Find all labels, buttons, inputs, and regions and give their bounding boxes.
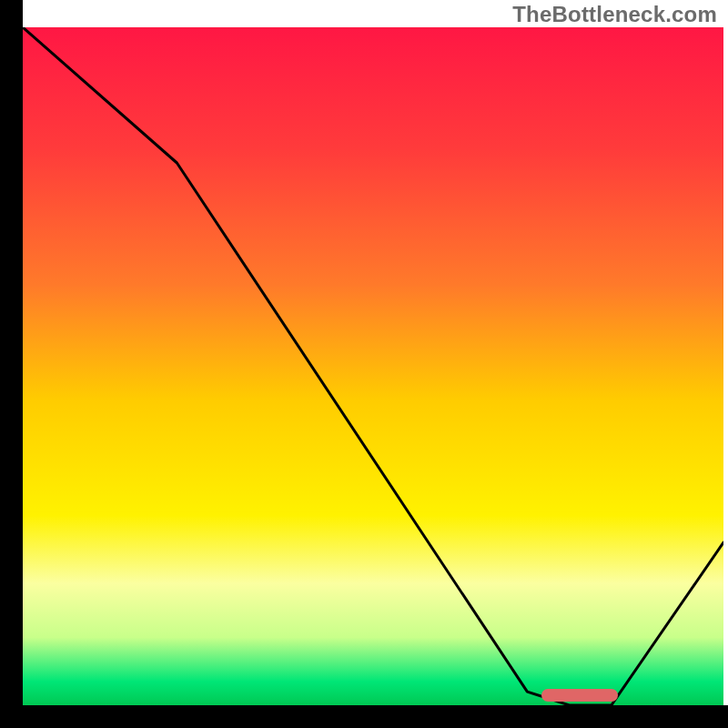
plot-svg (23, 27, 723, 705)
y-axis (0, 0, 23, 728)
x-axis (0, 705, 728, 728)
plot-area (23, 27, 723, 705)
chart-root: TheBottleneck.com (0, 0, 728, 728)
watermark-text: TheBottleneck.com (512, 2, 717, 27)
gradient-fill (23, 27, 723, 705)
optimal-range-marker (541, 689, 619, 702)
